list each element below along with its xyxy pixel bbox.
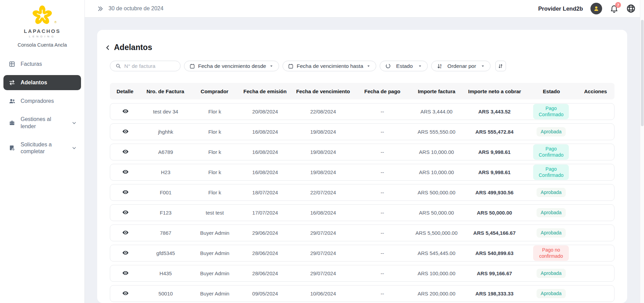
issue-date: 28/06/2024 [239, 270, 291, 276]
table-row: F001 Flor k 18/07/2024 22/07/2024 -- ARS… [110, 184, 614, 201]
chevron-down-icon [71, 120, 77, 126]
buyer-name: Flor k [191, 190, 239, 195]
table-body: test dev 34 Flor k 20/08/2024 22/08/2024… [110, 103, 614, 302]
ordenar-filter[interactable]: A Z Ordenar por [431, 61, 491, 71]
brand-logo: ® LAPACHOS LENDING Consola Cuenta Ancla [0, 4, 84, 48]
net-amount: ARS 50,000.00 [463, 210, 526, 216]
buyer-name: Buyer Admin [191, 270, 239, 276]
sidebar-collapse-button[interactable] [97, 5, 104, 12]
sort-direction-button[interactable] [495, 61, 506, 71]
buyer-name: Buyer Admin [191, 250, 239, 256]
detail-eye-button[interactable] [122, 128, 129, 135]
brand-subtitle: LENDING [0, 35, 84, 38]
detail-eye-button[interactable] [122, 229, 129, 236]
invoice-number: 50010 [140, 291, 191, 296]
status-badge: Aprobada [537, 188, 566, 197]
due-date: 22/08/2024 [291, 109, 355, 114]
page-title: Adelantos [114, 43, 152, 52]
main-area: 30 de octubre de 2024 Provider Lend2b 7 [85, 0, 644, 303]
sidebar-item-compradores[interactable]: Compradores [3, 94, 81, 109]
invoice-number: 7867 [140, 230, 191, 236]
due-date: 19/08/2024 [291, 129, 355, 135]
estado-filter[interactable]: Estado [380, 61, 428, 71]
payment-date: -- [355, 129, 410, 135]
svg-text:A: A [440, 63, 442, 66]
due-date: 16/08/2024 [291, 210, 355, 216]
payment-date: -- [355, 230, 410, 236]
date-from-filter[interactable]: Fecha de vencimiento desde [184, 61, 279, 71]
people-icon [8, 97, 16, 105]
invoice-amount: ARS 555,550.00 [410, 129, 463, 135]
user-avatar-icon [593, 5, 600, 12]
due-date: 29/07/2024 [291, 230, 355, 236]
back-button[interactable] [104, 44, 112, 51]
invoice-number: test dev 34 [140, 109, 191, 114]
arrows-up-down-icon [498, 63, 503, 69]
invoice-number: H435 [140, 270, 191, 276]
date-to-label: Fecha de vencimiento hasta [297, 63, 363, 69]
invoice-amount: ARS 545,445.00 [410, 250, 463, 256]
detail-eye-button[interactable] [122, 169, 129, 175]
net-amount: ARS 555,472.84 [463, 129, 526, 135]
table-row: 50010 Buyer Admin 09/05/2024 10/06/2024 … [110, 285, 614, 302]
status-circle-icon [385, 63, 391, 69]
sidebar-nav: Facturas Adelantos Compradores [0, 57, 84, 159]
issue-date: 09/05/2024 [239, 291, 291, 296]
detail-eye-button[interactable] [122, 148, 129, 155]
table-row: 7867 Buyer Admin 29/06/2024 29/07/2024 -… [110, 225, 614, 241]
column-header-estado: Estado [526, 88, 577, 94]
ordenar-label: Ordenar por [446, 63, 478, 69]
provider-label: Provider Lend2b [538, 5, 583, 12]
net-amount: ARS 499,930.56 [463, 190, 526, 195]
issue-date: 20/08/2024 [239, 109, 291, 114]
net-amount: ARS 540,899.63 [463, 250, 526, 256]
notifications-button[interactable]: 7 [610, 4, 619, 13]
detail-eye-button[interactable] [122, 108, 129, 114]
invoice-search-field[interactable] [110, 61, 181, 71]
language-globe-button[interactable] [626, 4, 636, 13]
detail-eye-button[interactable] [122, 189, 129, 195]
payment-date: -- [355, 190, 410, 195]
scrollbar-thumb[interactable] [641, 20, 644, 126]
buyer-name: Buyer Admin [191, 291, 239, 296]
invoice-number: A6789 [140, 149, 191, 155]
table-row: gfd5345 Buyer Admin 28/06/2024 29/07/202… [110, 245, 614, 262]
date-to-filter[interactable]: Fecha de vencimiento hasta [283, 61, 376, 71]
invoice-number: F123 [140, 210, 191, 216]
net-amount: ARS 9,998.61 [463, 149, 526, 155]
net-amount: ARS 198,333.33 [463, 291, 526, 296]
notification-badge: 7 [615, 2, 621, 8]
issue-date: 18/07/2024 [239, 190, 291, 195]
payment-date: -- [355, 250, 410, 256]
net-amount: ARS 9,998.61 [463, 169, 526, 175]
due-date: 10/06/2024 [291, 291, 355, 296]
issue-date: 29/06/2024 [239, 230, 291, 236]
detail-eye-button[interactable] [122, 270, 129, 276]
column-header-factura: Nro. de Factura [140, 88, 191, 94]
console-label: Consola Cuenta Ancla [0, 42, 84, 48]
detail-eye-button[interactable] [122, 290, 129, 296]
swap-arrows-icon [8, 79, 16, 86]
table-row: test dev 34 Flor k 20/08/2024 22/08/2024… [110, 103, 614, 120]
user-avatar-button[interactable] [590, 3, 602, 14]
net-amount: ARS 99,166.67 [463, 270, 526, 276]
sidebar-item-gestiones[interactable]: Gestiones al lender [3, 112, 81, 134]
detail-eye-button[interactable] [122, 209, 129, 216]
caret-down-icon [269, 64, 274, 68]
payment-date: -- [355, 109, 410, 114]
briefcase-icon [8, 119, 16, 127]
due-date: 29/07/2024 [291, 270, 355, 276]
search-icon [115, 63, 121, 69]
sidebar-item-facturas[interactable]: Facturas [3, 57, 81, 72]
invoice-number: jhghhk [140, 129, 191, 135]
invoice-number: gfd5345 [140, 250, 191, 256]
status-badge: Pago Confirmado [533, 165, 569, 180]
search-input[interactable] [124, 63, 175, 69]
sidebar-item-solicitudes[interactable]: Solicitudes a completar [3, 137, 81, 159]
payment-date: -- [355, 169, 410, 175]
due-date: 29/07/2024 [291, 250, 355, 256]
sidebar-item-adelantos[interactable]: Adelantos [3, 75, 81, 90]
current-date-label: 30 de octubre de 2024 [108, 5, 163, 12]
invoice-number: F001 [140, 190, 191, 195]
detail-eye-button[interactable] [122, 250, 129, 256]
